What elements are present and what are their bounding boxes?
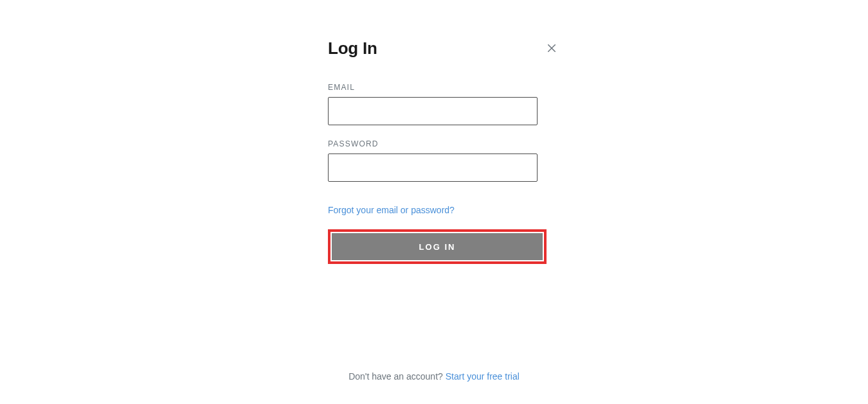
- login-button-highlight: LOG IN: [328, 229, 547, 264]
- email-input[interactable]: [328, 97, 538, 125]
- email-label: EMAIL: [328, 83, 547, 92]
- forgot-password-link[interactable]: Forgot your email or password?: [328, 205, 455, 215]
- login-modal: Log In EMAIL PASSWORD Forgot your email …: [328, 39, 547, 264]
- close-icon: [546, 42, 557, 54]
- password-field-group: PASSWORD: [328, 139, 547, 182]
- signup-prompt: Don't have an account?: [348, 371, 446, 382]
- close-button[interactable]: [545, 42, 558, 55]
- modal-title: Log In: [328, 39, 547, 58]
- password-label: PASSWORD: [328, 139, 547, 148]
- password-input[interactable]: [328, 154, 538, 182]
- start-trial-link[interactable]: Start your free trial: [446, 371, 520, 382]
- signup-footer: Don't have an account? Start your free t…: [0, 371, 868, 382]
- login-button[interactable]: LOG IN: [332, 233, 543, 260]
- email-field-group: EMAIL: [328, 83, 547, 125]
